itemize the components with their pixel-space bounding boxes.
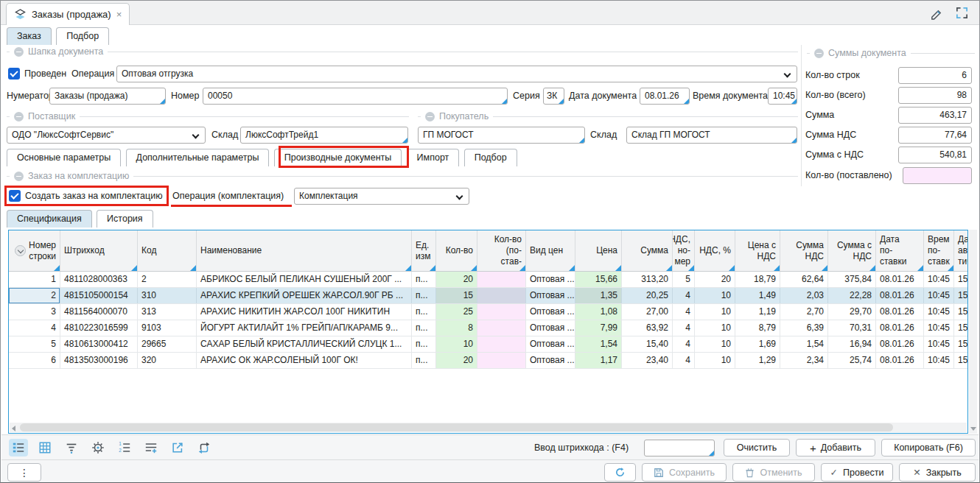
sum-field-rows[interactable]: 6	[898, 67, 972, 84]
table-cell[interactable]: 20	[436, 353, 477, 368]
column-header[interactable]: Сумма	[622, 230, 673, 271]
table-cell[interactable]: Оптовая ...	[526, 288, 575, 303]
column-header[interactable]: Кол-во	[436, 230, 477, 271]
column-header[interactable]: Цена с НДС	[735, 230, 780, 271]
table-cell[interactable]: 08.01.26	[876, 353, 924, 368]
table-cell[interactable]	[477, 336, 526, 352]
refresh-button[interactable]	[604, 463, 636, 482]
table-cell[interactable]: п...	[412, 320, 436, 336]
table-cell[interactable]: 16,94	[828, 336, 876, 352]
table-cell[interactable]: 1,17	[575, 353, 622, 368]
table-cell[interactable]: 1,08	[575, 304, 622, 320]
table-cell[interactable]: 62,64	[780, 272, 828, 287]
column-header[interactable]: Номер строки	[9, 230, 60, 271]
add-button[interactable]: +Добавить	[796, 439, 875, 456]
supplier-sklad-field[interactable]: ЛюксСофтТрейд1	[240, 127, 408, 144]
table-cell[interactable]: 29,70	[828, 304, 876, 320]
table-cell[interactable]: 15.0	[954, 336, 968, 352]
table-cell[interactable]: 10:45	[924, 336, 954, 352]
table-cell[interactable]	[477, 320, 526, 336]
create-kit-order-checkbox[interactable]	[9, 190, 21, 202]
cancel-button[interactable]: Отменить	[732, 463, 815, 482]
table-cell[interactable]: 310	[138, 288, 197, 303]
column-header[interactable]: Врем по- ставк	[924, 230, 954, 271]
sum-field-vat[interactable]: 77,64	[898, 127, 972, 144]
table-cell[interactable]: 08.01.26	[876, 288, 924, 303]
table-cell[interactable]: 1,29	[735, 353, 780, 368]
column-header[interactable]: Дат авт тич	[954, 230, 968, 271]
table-cell[interactable]: 3	[9, 304, 60, 320]
table-cell[interactable]: 4811564000070	[60, 304, 138, 320]
table-cell[interactable]: 10	[695, 288, 735, 303]
table-cell[interactable]: 08.01.26	[876, 320, 924, 336]
table-cell[interactable]: 25	[436, 304, 477, 320]
doc-time-field[interactable]: 10:45	[768, 88, 797, 105]
column-header[interactable]: Вид цен	[526, 230, 575, 271]
table-cell[interactable]: 10	[436, 336, 477, 352]
post-button[interactable]: ✓ Провести	[821, 463, 893, 482]
table-cell[interactable]: 5	[9, 336, 60, 352]
table-cell[interactable]: 10	[695, 353, 735, 368]
table-cell[interactable]: 4811028000363	[60, 272, 138, 287]
table-row[interactable]: 34811564000070313АРАХИС НИКИТИН ЖАР.СОЛ …	[9, 304, 967, 320]
column-header[interactable]: Штрихкод	[60, 230, 138, 271]
kit-operation-select[interactable]: Комплектация	[294, 188, 469, 205]
table-cell[interactable]: 10:45	[924, 304, 954, 320]
table-cell[interactable]: 08.01.26	[876, 272, 924, 287]
table-cell[interactable]: 20,25	[622, 288, 673, 303]
settings-icon[interactable]	[88, 439, 108, 456]
table-cell[interactable]: АРАХИС НИКИТИН ЖАР.СОЛ 100Г НИКИТИН	[197, 304, 412, 320]
table-cell[interactable]: 8	[436, 320, 477, 336]
table-cell[interactable]: 4	[673, 353, 695, 368]
sum-field-total-qty[interactable]: 98	[898, 87, 972, 104]
table-cell[interactable]: п...	[412, 336, 436, 352]
table-row[interactable]: 64813503000196320АРАХИС ОК ЖАР.СОЛЕНЫЙ 1…	[9, 353, 967, 369]
table-cell[interactable]: АРАХИС КРЕПКИЙ ОРЕШЕК ЖАР.СОЛ.90Г РБ ...	[197, 288, 412, 303]
column-header[interactable]: НДС, но- мер	[673, 230, 695, 271]
table-cell[interactable]	[477, 288, 526, 303]
menu-button[interactable]: ⋮	[7, 463, 41, 482]
table-cell[interactable]: 20	[695, 272, 735, 287]
tab-podbor[interactable]: Подбор	[56, 27, 109, 45]
table-cell[interactable]: 313	[138, 304, 197, 320]
table-cell[interactable]: 4	[9, 320, 60, 336]
table-cell[interactable]: 70,31	[828, 320, 876, 336]
collapse-icon[interactable]	[814, 49, 824, 58]
table-cell[interactable]: п...	[412, 288, 436, 303]
table-cell[interactable]: Оптовая ...	[526, 336, 575, 352]
table-cell[interactable]: 4813503000196	[60, 353, 138, 368]
sum-field-delivered-qty[interactable]	[903, 167, 972, 184]
table-row[interactable]: 448102230165999103ЙОГУРТ АКТИЛАЙТ 1% ГРЕ…	[9, 320, 967, 336]
document-tab[interactable]: Заказы (продажа) ×	[6, 3, 130, 25]
tab-osnovnye-parametry[interactable]: Основные параметры	[7, 149, 121, 166]
column-header[interactable]: Код	[138, 230, 197, 271]
table-cell[interactable]: п...	[412, 353, 436, 368]
table-cell[interactable]: 2,03	[780, 288, 828, 303]
save-button[interactable]: Сохранить	[642, 463, 727, 482]
table-cell[interactable]: 6,39	[780, 320, 828, 336]
table-cell[interactable]: 10:45	[924, 353, 954, 368]
table-cell[interactable]: 313,20	[622, 272, 673, 287]
table-cell[interactable]: 2,70	[780, 304, 828, 320]
table-cell[interactable]: 375,84	[828, 272, 876, 287]
copy-button[interactable]: Копировать (F6)	[881, 439, 976, 456]
table-cell[interactable]: п...	[412, 304, 436, 320]
table-cell[interactable]: 15	[436, 288, 477, 303]
column-header[interactable]: Ед. изм	[412, 230, 436, 271]
table-cell[interactable]: 5	[673, 272, 695, 287]
table-cell[interactable]: Оптовая ...	[526, 304, 575, 320]
column-header[interactable]: Сумма НДС	[780, 230, 828, 271]
column-menu-icon[interactable]	[15, 245, 26, 256]
table-cell[interactable]: 4815105000154	[60, 288, 138, 303]
table-cell[interactable]: 1,54	[780, 336, 828, 352]
tab-zakaz[interactable]: Заказ	[7, 27, 52, 45]
table-row[interactable]: 5481061300041229665САХАР БЕЛЫЙ КРИСТАЛЛИ…	[9, 336, 967, 353]
table-cell[interactable]: 1,54	[575, 336, 622, 352]
numbered-list-icon[interactable]: 12	[115, 439, 134, 456]
table-cell[interactable]: 10	[695, 336, 735, 352]
table-cell[interactable]	[477, 272, 526, 287]
table-cell[interactable]: 1	[9, 272, 60, 287]
column-header[interactable]: Наименование	[197, 230, 412, 271]
table-cell[interactable]: ЙОГУРТ АКТИЛАЙТ 1% ГРЕЙП/АП/КАРАМБ 9...	[197, 320, 412, 336]
tab-dopolnitelnye-parametry[interactable]: Дополнительные параметры	[126, 149, 270, 166]
